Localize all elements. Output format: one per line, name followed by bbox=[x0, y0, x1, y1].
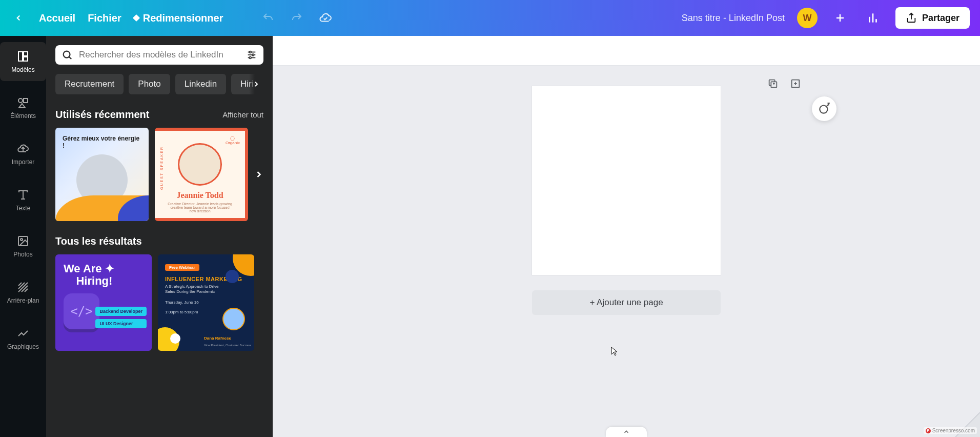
avatar-placeholder bbox=[222, 308, 245, 330]
duplicate-page-button[interactable] bbox=[765, 76, 781, 91]
photos-icon bbox=[16, 234, 30, 248]
svg-point-27 bbox=[252, 54, 254, 56]
rail-text[interactable]: Texte bbox=[0, 181, 46, 220]
rail-upload[interactable]: Importer bbox=[0, 134, 46, 173]
speaker-desc: Creative Director, Jeannie leads growing… bbox=[160, 202, 240, 213]
svg-rect-10 bbox=[24, 98, 28, 103]
redo-button[interactable] bbox=[289, 10, 305, 26]
svg-line-23 bbox=[69, 57, 71, 59]
filter-icon[interactable] bbox=[246, 49, 257, 61]
template-thumb-webinar[interactable]: Free Webinar INFLUENCER MARKETING A Stra… bbox=[158, 254, 254, 351]
role-label: Backend Developer bbox=[95, 307, 147, 316]
svg-line-20 bbox=[22, 286, 28, 292]
webinar-date: Thursday, June 16 bbox=[165, 300, 247, 305]
svg-line-18 bbox=[18, 283, 25, 289]
undo-button[interactable] bbox=[260, 10, 276, 26]
canvas-page[interactable] bbox=[532, 86, 721, 275]
search-box bbox=[55, 45, 263, 65]
text-icon bbox=[16, 188, 30, 202]
svg-line-21 bbox=[25, 289, 28, 292]
template-thumb-hiring[interactable]: We Are ✦ Hiring! </> Backend Developer U… bbox=[55, 254, 152, 351]
svg-point-25 bbox=[249, 51, 251, 53]
recent-show-all[interactable]: Afficher tout bbox=[222, 110, 263, 119]
chip-row: Recrutement Photo Linkedin Hiring bbox=[55, 74, 263, 94]
rail-label: Éléments bbox=[10, 112, 36, 120]
rail-label: Texte bbox=[16, 205, 31, 212]
rail-charts[interactable]: Graphiques bbox=[0, 319, 46, 358]
chip-recrutement[interactable]: Recrutement bbox=[55, 74, 124, 94]
webinar-pill: Free Webinar bbox=[165, 264, 199, 271]
resize-menu[interactable]: Redimensionner bbox=[134, 12, 223, 24]
svg-rect-6 bbox=[18, 52, 23, 61]
upload-icon bbox=[16, 142, 30, 155]
rail-photos[interactable]: Photos bbox=[0, 227, 46, 266]
watermark-badge: P bbox=[926, 428, 931, 433]
rail-label: Graphiques bbox=[7, 343, 39, 350]
webinar-sub: A Strategic Approach to Drive Sales Duri… bbox=[165, 284, 221, 295]
rail-label: Photos bbox=[13, 251, 32, 258]
code-icon: </> bbox=[64, 293, 99, 329]
presenter-name: Dana Rafnese bbox=[204, 336, 231, 341]
watermark: P Screenpresso.com bbox=[924, 427, 977, 434]
document-title[interactable]: Sans titre - LinkedIn Post bbox=[682, 13, 785, 24]
templates-icon bbox=[16, 50, 30, 63]
svg-rect-7 bbox=[24, 52, 28, 56]
rail-label: Modèles bbox=[11, 66, 34, 73]
resize-label: Redimensionner bbox=[143, 12, 223, 24]
rail-elements[interactable]: Éléments bbox=[0, 88, 46, 127]
thumb-heading: Gérez mieux votre énergie ! bbox=[63, 135, 141, 149]
back-button[interactable] bbox=[10, 10, 27, 26]
rail-label: Importer bbox=[12, 158, 35, 166]
recent-next-button[interactable] bbox=[251, 167, 267, 182]
top-toolbar: Accueil Fichier Redimensionner Sans titr… bbox=[0, 0, 980, 36]
canvas-toolbar bbox=[273, 36, 980, 66]
guest-speaker-label: GUEST SPEAKER bbox=[160, 146, 164, 190]
svg-marker-11 bbox=[19, 104, 25, 108]
rail-label: Arrière-plan bbox=[7, 297, 39, 304]
cursor-icon bbox=[611, 347, 618, 358]
templates-panel: Recrutement Photo Linkedin Hiring Utilis… bbox=[46, 36, 273, 437]
thumb-brand: ◯Organix bbox=[226, 136, 240, 145]
rail-background[interactable]: Arrière-plan bbox=[0, 273, 46, 312]
svg-rect-8 bbox=[24, 57, 28, 61]
template-thumb-energy[interactable]: Gérez mieux votre énergie ! bbox=[55, 128, 149, 221]
shape-circle bbox=[226, 270, 239, 283]
template-thumb-speaker[interactable]: ◯Organix GUEST SPEAKER Jeannie Todd Crea… bbox=[155, 128, 248, 221]
svg-point-16 bbox=[21, 239, 23, 241]
home-link[interactable]: Accueil bbox=[39, 12, 75, 24]
svg-point-29 bbox=[249, 57, 251, 59]
page-tools bbox=[765, 76, 803, 91]
bottom-expand-button[interactable] bbox=[606, 427, 647, 437]
add-page-button[interactable] bbox=[788, 76, 803, 91]
recent-title: Utilisés récemment bbox=[55, 109, 149, 121]
chip-linkedin[interactable]: Linkedin bbox=[175, 74, 226, 94]
chips-next-button[interactable] bbox=[249, 74, 263, 94]
user-avatar[interactable]: W bbox=[797, 8, 818, 28]
speaker-name: Jeannie Todd bbox=[176, 191, 223, 200]
search-icon bbox=[62, 49, 73, 61]
share-icon bbox=[906, 12, 917, 24]
magic-suggestion-button[interactable] bbox=[812, 96, 836, 121]
avatar-placeholder bbox=[178, 143, 222, 186]
rail-templates[interactable]: Modèles bbox=[0, 42, 46, 81]
svg-point-36 bbox=[820, 106, 827, 113]
share-label: Partager bbox=[922, 13, 959, 24]
presenter-role: Vice President, Customer Success bbox=[204, 344, 251, 347]
add-page-bar[interactable]: + Ajouter une page bbox=[532, 290, 721, 315]
analytics-button[interactable] bbox=[863, 8, 883, 28]
results-section: Tous les résultats We Are ✦ Hiring! </> … bbox=[55, 235, 263, 351]
search-input[interactable] bbox=[79, 50, 240, 60]
results-title: Tous les résultats bbox=[55, 235, 142, 247]
cloud-status-icon[interactable] bbox=[317, 10, 334, 26]
share-button[interactable]: Partager bbox=[895, 7, 970, 29]
charts-icon bbox=[16, 327, 30, 340]
add-collaborator-button[interactable] bbox=[830, 8, 850, 28]
shape-circle bbox=[170, 333, 180, 344]
stage[interactable]: + Ajouter une page P Screenpresso.com bbox=[273, 66, 980, 437]
svg-line-17 bbox=[18, 283, 22, 286]
diamond-icon bbox=[133, 14, 140, 22]
svg-point-22 bbox=[64, 51, 70, 58]
file-menu[interactable]: Fichier bbox=[88, 12, 121, 24]
role-label: UI UX Designer bbox=[95, 319, 147, 328]
chip-photo[interactable]: Photo bbox=[129, 74, 170, 94]
